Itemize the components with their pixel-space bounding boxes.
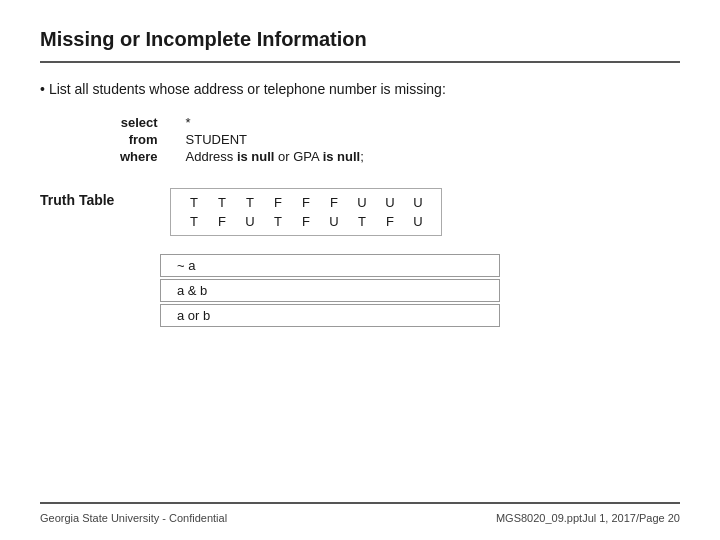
sql-where: where: [120, 149, 158, 164]
logic-row-not-a: ~ a: [160, 254, 500, 277]
t1-c5: F: [299, 195, 313, 210]
t1-c8: U: [383, 195, 397, 210]
t1-c9: U: [411, 195, 425, 210]
truth-section: Truth Table T T T F F F U U U T F U T F …: [40, 188, 680, 236]
truth-table-label: Truth Table: [40, 188, 130, 208]
sql-null-1: is null: [237, 149, 275, 164]
page: Missing or Incomplete Information •List …: [0, 0, 720, 540]
sql-null-2: is null: [323, 149, 361, 164]
sql-values: * STUDENT Address is null or GPA is null…: [186, 115, 364, 164]
t2-c7: T: [355, 214, 369, 229]
footer: Georgia State University - Confidential …: [40, 502, 680, 524]
t2-c8: F: [383, 214, 397, 229]
logic-row-and: a & b: [160, 279, 500, 302]
sql-from: from: [120, 132, 158, 147]
t2-c1: T: [187, 214, 201, 229]
truth-row-1: T T T F F F U U U: [187, 195, 425, 210]
t2-c6: U: [327, 214, 341, 229]
footer-right: MGS8020_09.pptJul 1, 2017/Page 20: [496, 512, 680, 524]
sql-value-select: *: [186, 115, 364, 130]
t2-c5: F: [299, 214, 313, 229]
title-divider: [40, 61, 680, 63]
sql-value-where: Address is null or GPA is null;: [186, 149, 364, 164]
sql-value-from: STUDENT: [186, 132, 364, 147]
t2-c3: U: [243, 214, 257, 229]
t2-c2: F: [215, 214, 229, 229]
t2-c9: U: [411, 214, 425, 229]
t1-c4: F: [271, 195, 285, 210]
page-title: Missing or Incomplete Information: [40, 28, 680, 51]
t1-c6: F: [327, 195, 341, 210]
bullet-text: •List all students whose address or tele…: [40, 81, 680, 97]
sql-block: select from where * STUDENT Address is n…: [120, 115, 680, 164]
t2-c4: T: [271, 214, 285, 229]
footer-left: Georgia State University - Confidential: [40, 512, 227, 524]
logic-row-or: a or b: [160, 304, 500, 327]
t1-c2: T: [215, 195, 229, 210]
sql-keywords: select from where: [120, 115, 158, 164]
bullet-symbol: •: [40, 81, 45, 97]
t1-c7: U: [355, 195, 369, 210]
t1-c1: T: [187, 195, 201, 210]
logic-table: ~ a a & b a or b: [160, 254, 680, 327]
truth-row-2: T F U T F U T F U: [187, 214, 425, 229]
sql-select: select: [120, 115, 158, 130]
truth-table: T T T F F F U U U T F U T F U T F U: [170, 188, 442, 236]
t1-c3: T: [243, 195, 257, 210]
